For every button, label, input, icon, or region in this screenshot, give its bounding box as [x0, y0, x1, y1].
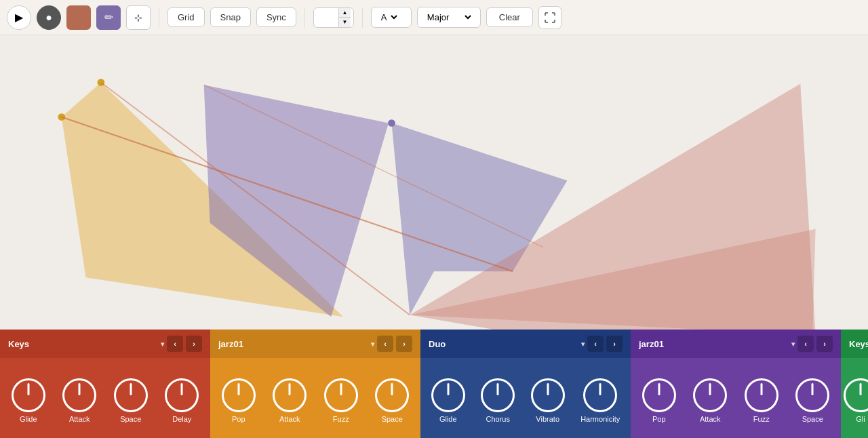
panel-prev-jarz-1[interactable]: ‹	[377, 336, 393, 352]
panel-name-jarz-1: jarz01	[218, 339, 368, 349]
knob-pop-1[interactable]	[222, 378, 256, 412]
knob-item-glide: Glide	[12, 378, 45, 423]
knob-label-space-1: Space	[120, 415, 141, 423]
key-select-wrap[interactable]: ABCDEFG	[371, 7, 412, 28]
knob-label-gli: Gli	[856, 415, 865, 423]
knob-label-attack-2: Attack	[279, 415, 300, 423]
toolbar: ▶ ● ✏ ⊹ Grid Snap Sync 50 ▲ ▼ ABCDEFG Ma…	[0, 0, 868, 35]
separator-2	[304, 7, 305, 28]
panel-name-duo: Duo	[429, 339, 578, 349]
separator-1	[159, 7, 159, 28]
knob-label-fuzz-2: Fuzz	[753, 415, 770, 423]
knob-item-glide-2: Glide	[431, 378, 465, 423]
knob-item-attack-3: Attack	[693, 378, 727, 423]
svg-point-5	[388, 119, 395, 127]
panel-next-jarz-2[interactable]: ›	[816, 336, 833, 352]
knob-item-pop-1: Pop	[222, 378, 256, 423]
tempo-input-wrap: 50 ▲ ▼	[313, 7, 354, 28]
knob-item-space-2: Space	[375, 378, 409, 423]
knob-gli[interactable]	[844, 378, 868, 412]
key-select[interactable]: ABCDEFG	[378, 12, 399, 23]
knob-item-delay: Delay	[165, 378, 199, 423]
separator-3	[362, 7, 363, 28]
panel-prev-keys-1[interactable]: ‹	[167, 336, 183, 352]
knob-item-fuzz-1: Fuzz	[324, 378, 358, 423]
bottom-panels: Keys ▾ ‹ › Glide Attack Space Delay	[0, 330, 868, 438]
knob-label-chorus: Chorus	[486, 415, 509, 423]
panel-prev-jarz-2[interactable]: ‹	[797, 336, 814, 352]
knob-glide[interactable]	[12, 378, 45, 412]
grid-button[interactable]: Grid	[167, 7, 205, 27]
chevron-down-icon-jarz-2[interactable]: ▾	[791, 340, 795, 348]
knob-space-3[interactable]	[795, 378, 829, 412]
draw-tool-button[interactable]: ✏	[96, 5, 121, 30]
knob-label-vibrato: Vibrato	[536, 415, 559, 423]
panel-duo: Duo ▾ ‹ › Glide Chorus Vibrato Harmonici…	[420, 330, 631, 438]
drawing-canvas[interactable]	[0, 35, 868, 330]
chevron-down-icon-keys-1[interactable]: ▾	[161, 340, 164, 348]
knob-label-attack-3: Attack	[700, 415, 721, 423]
clear-button[interactable]: Clear	[486, 7, 533, 27]
record-button[interactable]: ●	[37, 5, 61, 30]
chevron-down-icon-duo[interactable]: ▾	[581, 340, 585, 348]
knob-label-attack-1: Attack	[69, 415, 90, 423]
knob-pop-2[interactable]	[642, 378, 676, 412]
knob-chorus[interactable]	[481, 378, 515, 412]
knob-space-1[interactable]	[114, 378, 148, 412]
panel-next-duo[interactable]: ›	[606, 336, 623, 352]
knob-label-space-2: Space	[382, 415, 403, 423]
panel-next-jarz-1[interactable]: ›	[396, 336, 412, 352]
knob-attack-1[interactable]	[62, 378, 96, 412]
knob-label-delay: Delay	[172, 415, 191, 423]
knob-attack-2[interactable]	[273, 378, 307, 412]
scale-select[interactable]: MajorMinorDorianPhrygian	[425, 12, 473, 23]
panel-prev-duo[interactable]: ‹	[587, 336, 604, 352]
panel-name-keys-1: Keys	[8, 339, 158, 349]
knob-space-2[interactable]	[375, 378, 409, 412]
fullscreen-button[interactable]	[538, 6, 561, 29]
knob-delay[interactable]	[165, 378, 199, 412]
chevron-down-icon-jarz-1[interactable]: ▾	[371, 340, 374, 348]
sync-button[interactable]: Sync	[256, 7, 296, 27]
knob-glide-2[interactable]	[431, 378, 465, 412]
knob-vibrato[interactable]	[531, 378, 565, 412]
play-button[interactable]: ▶	[7, 5, 31, 30]
panel-knobs-keys-2: Gli	[841, 358, 868, 438]
knob-attack-3[interactable]	[693, 378, 727, 412]
knob-label-harmonicity: Harmonicity	[580, 415, 620, 423]
knob-item-space-3: Space	[795, 378, 829, 423]
panel-header-keys-1: Keys ▾ ‹ ›	[0, 330, 210, 358]
panel-jarz-1: jarz01 ▾ ‹ › Pop Attack Fuzz Space	[210, 330, 420, 438]
knob-fuzz-1[interactable]	[324, 378, 358, 412]
knob-label-pop-1: Pop	[232, 415, 245, 423]
scale-select-wrap[interactable]: MajorMinorDorianPhrygian	[417, 7, 481, 28]
knob-item-harmonicity: Harmonicity	[580, 378, 620, 423]
panel-next-keys-1[interactable]: ›	[186, 336, 202, 352]
panel-header-keys-2: Keys	[841, 330, 868, 358]
panel-header-jarz-2: jarz01 ▾ ‹ ›	[631, 330, 841, 358]
panel-keys-1: Keys ▾ ‹ › Glide Attack Space Delay	[0, 330, 210, 438]
tempo-up-button[interactable]: ▲	[338, 8, 351, 18]
panel-jarz-2: jarz01 ▾ ‹ › Pop Attack Fuzz Space	[631, 330, 841, 438]
snap-button[interactable]: Snap	[210, 7, 251, 27]
knob-harmonicity[interactable]	[583, 378, 617, 412]
tempo-down-button[interactable]: ▼	[338, 18, 351, 27]
tempo-input[interactable]: 50	[314, 8, 338, 27]
node-tool-button[interactable]: ⊹	[126, 5, 151, 30]
knob-item-vibrato: Vibrato	[531, 378, 565, 423]
panel-knobs-jarz-2: Pop Attack Fuzz Space	[631, 358, 841, 438]
knob-item-attack-1: Attack	[62, 378, 96, 423]
knob-item-space-1: Space	[114, 378, 148, 423]
knob-label-fuzz-1: Fuzz	[333, 415, 349, 423]
knob-fuzz-2[interactable]	[745, 378, 778, 412]
panel-knobs-jarz-1: Pop Attack Fuzz Space	[210, 358, 420, 438]
canvas-area[interactable]	[0, 35, 868, 330]
panel-keys-2: Keys Gli	[841, 330, 868, 438]
tempo-arrows: ▲ ▼	[338, 8, 351, 27]
svg-point-2	[58, 113, 65, 121]
color-picker-button[interactable]	[66, 5, 91, 30]
panel-header-jarz-1: jarz01 ▾ ‹ ›	[210, 330, 420, 358]
knob-label-space-3: Space	[802, 415, 823, 423]
knob-item-attack-2: Attack	[273, 378, 307, 423]
knob-label-pop-2: Pop	[652, 415, 666, 423]
